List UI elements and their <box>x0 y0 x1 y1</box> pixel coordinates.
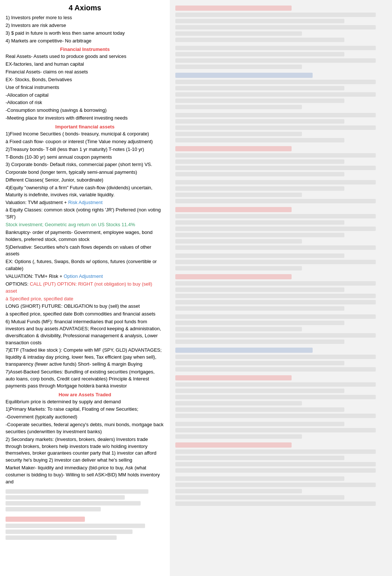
t-bonds: T-Bonds (10-30 yr) semi annual coupon pa… <box>6 154 164 161</box>
options-call: OPTIONS: CALL (PUT) OPTION: RIGHT (not o… <box>6 281 164 295</box>
arrow-specified-text: à Specified price, specified date <box>6 296 73 301</box>
right-panel <box>170 0 392 576</box>
stock-investment: Stock investment; Geometric avg return o… <box>6 221 164 228</box>
allocation-capital: -Allocation of capital <box>6 92 164 99</box>
how-traded-header: How are Assets Traded <box>6 392 164 397</box>
financial-assets: Financial Assets- claims on real assets <box>6 69 164 76</box>
use-financial: Use of finical instruments <box>6 84 164 91</box>
ex-factories: EX-factories, land and human capital <box>6 61 164 68</box>
left-panel: 4 Axioms 1) Investors prefer more to les… <box>0 0 170 576</box>
ex-stocks: EX- Stocks, Bonds, Derivatives <box>6 76 164 83</box>
consumption-smoothing: -Consumption smoothing (savings & borrow… <box>6 107 164 114</box>
page-title: 4 Axioms <box>6 4 164 12</box>
secondary-markets: 2) Secondary markets: (Investors, broker… <box>6 436 164 464</box>
bankruptcy: Bankruptcy- order of payments- Governmen… <box>6 229 164 243</box>
valuation-tvm: Valuation: TVM adjustment + Risk Adjustm… <box>6 199 164 206</box>
market-maker: Market Maker- liquidity and immediacy (b… <box>6 465 164 486</box>
real-assets: Real Assets- Assets used to produce good… <box>6 53 164 60</box>
valuation-tvm-text: Valuation: TVM adjustment + <box>6 200 68 205</box>
axiom-2: 2) Investors are risk adverse <box>6 22 164 29</box>
asset-backed: 7)Asset-Backed Securities: Bundling of e… <box>6 369 164 390</box>
axiom-1: 1) Investors prefer more to less <box>6 14 164 21</box>
valuation-tvm2-text: VALUATION: TVM+ Risk + <box>6 273 63 279</box>
financial-instruments-header: Financial Instruments <box>6 46 164 52</box>
stock-investment-text: Stock investment; Geometric avg return o… <box>6 222 135 227</box>
valuation-tvm2: VALUATION: TVM+ Risk + Option Adjustment <box>6 273 164 280</box>
meeting-place: -Meeting place for investors with differ… <box>6 115 164 122</box>
ex-options: EX: Options (, futures, Swaps, Bonds w/ … <box>6 258 164 272</box>
important-header: Important financial assets <box>6 124 164 130</box>
arrow-specified2: à specified price, specified date Both c… <box>6 311 164 318</box>
government: -Government (typically auctioned) <box>6 414 164 421</box>
mutual-funds: 6) Mutual Funds (MF): financial intermed… <box>6 318 164 346</box>
cooperate: -Cooperate securities, federal agency's … <box>6 421 164 435</box>
corporate-bonds: 3) Corporate bonds- Default risks, comme… <box>6 161 164 168</box>
fixed-income: 1)Fixed Income Securities ( bonds- treas… <box>6 131 164 138</box>
equity-4: 4)Equity "ownership of a firm" Future ca… <box>6 184 164 199</box>
risk-adjustment: Risk Adjustment <box>68 200 103 205</box>
corporate-bond-long: Corporate bond (longer term, typically s… <box>6 169 164 176</box>
axiom-4: 4) Markets are competitive- No arbitrage <box>6 38 164 45</box>
derivative-5: 5)Derivative: Securities who's cash flow… <box>6 244 164 258</box>
long-short: LONG (SHORT) FUTURE: OBLIGATION to buy (… <box>6 303 164 310</box>
arrow-equity: à Equity Classes: common stock (voting r… <box>6 207 164 221</box>
treasury-bonds: 2)Treasury bonds- T-bill (less than 1 yr… <box>6 146 164 153</box>
options-label: OPTIONS: <box>6 281 30 287</box>
option-adjustment: Option Adjustment <box>63 273 103 279</box>
equilibrium: Equilibrium price is determined by suppl… <box>6 399 164 406</box>
etf-7: 7)ETF (Traded like stock ): Compete with… <box>6 347 164 368</box>
allocation-risk: -Allocation of risk <box>6 99 164 106</box>
fixed-cash-flow: à Fixed cash flow- coupon or interest (T… <box>6 138 164 145</box>
arrow-specified: à Specified price, specified date <box>6 296 164 303</box>
primary-markets: 1)Primary Markets: To raise capital, Flo… <box>6 406 164 413</box>
different-classes: Different Classes( Senior, Junior, subor… <box>6 177 164 184</box>
axiom-3: 3) $ paid in future is worth less then s… <box>6 30 164 37</box>
